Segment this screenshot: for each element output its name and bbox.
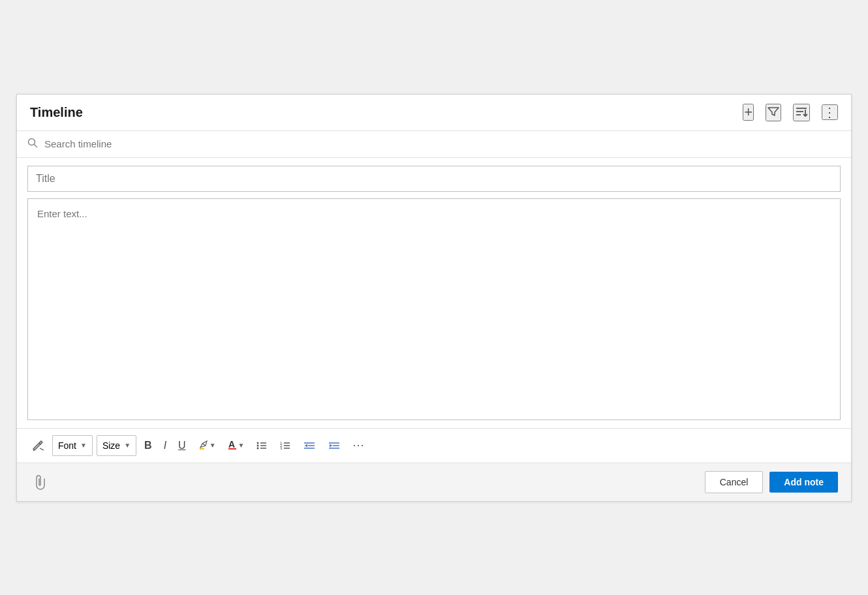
svg-line-6 [40,448,44,450]
svg-rect-8 [200,448,204,450]
clear-format-button[interactable] [27,435,48,456]
highlight-icon [198,438,209,452]
toolbar-more-icon: ··· [352,438,364,452]
formatting-toolbar: Font ▼ Size ▼ B I U [17,428,851,463]
size-dropdown[interactable]: Size ▼ [97,435,136,456]
size-dropdown-arrow: ▼ [124,442,131,449]
title-input[interactable] [27,166,841,192]
svg-line-5 [35,144,37,147]
decrease-indent-button[interactable] [299,435,320,456]
add-note-button[interactable]: Add note [769,472,838,493]
font-color-icon: A [228,438,238,452]
timeline-panel: Timeline + ⋮ [16,94,852,502]
panel-header: Timeline + ⋮ [17,95,851,131]
search-icon [27,138,38,151]
attach-button[interactable] [30,472,51,493]
font-label: Font [58,440,76,451]
search-bar [17,131,851,158]
svg-point-11 [257,442,259,444]
numbered-list-button[interactable]: 1. 2. 3. [275,435,295,456]
bullet-list-button[interactable] [252,435,271,456]
add-button[interactable]: + [743,104,754,121]
sort-button[interactable] [793,104,810,121]
footer-buttons: Cancel Add note [705,471,838,493]
numbered-list-icon: 1. 2. 3. [279,440,291,451]
cancel-button[interactable]: Cancel [705,471,764,493]
svg-line-7 [202,444,206,446]
font-dropdown-arrow: ▼ [80,442,87,449]
underline-button[interactable]: U [174,435,190,456]
svg-rect-10 [228,448,236,450]
highlight-dropdown-arrow: ▼ [209,442,216,449]
filter-button[interactable] [766,104,781,121]
toolbar-more-button[interactable]: ··· [349,435,368,456]
search-input[interactable] [44,138,841,149]
increase-indent-button[interactable] [324,435,345,456]
svg-text:3.: 3. [280,446,283,450]
filter-icon [767,105,780,118]
more-options-button[interactable]: ⋮ [822,104,838,120]
header-actions: + ⋮ [743,104,838,121]
italic-button[interactable]: I [160,435,170,456]
font-color-dropdown-arrow: ▼ [238,442,245,449]
panel-footer: Cancel Add note [17,463,851,501]
font-color-button[interactable]: A ▼ [224,435,249,456]
svg-text:A: A [228,439,235,450]
paperclip-icon [34,474,47,490]
content-area [17,158,851,428]
svg-point-13 [257,447,259,449]
size-label: Size [102,440,120,451]
paint-icon [31,439,44,452]
decrease-indent-icon [303,440,316,451]
bold-button[interactable]: B [140,435,156,456]
panel-title: Timeline [30,105,83,120]
highlight-button[interactable]: ▼ [194,435,220,456]
text-area[interactable] [27,198,841,420]
sort-icon [794,105,809,118]
font-dropdown[interactable]: Font ▼ [52,435,93,456]
svg-point-12 [257,444,259,446]
bullet-list-icon [256,440,268,451]
increase-indent-icon [328,440,341,451]
